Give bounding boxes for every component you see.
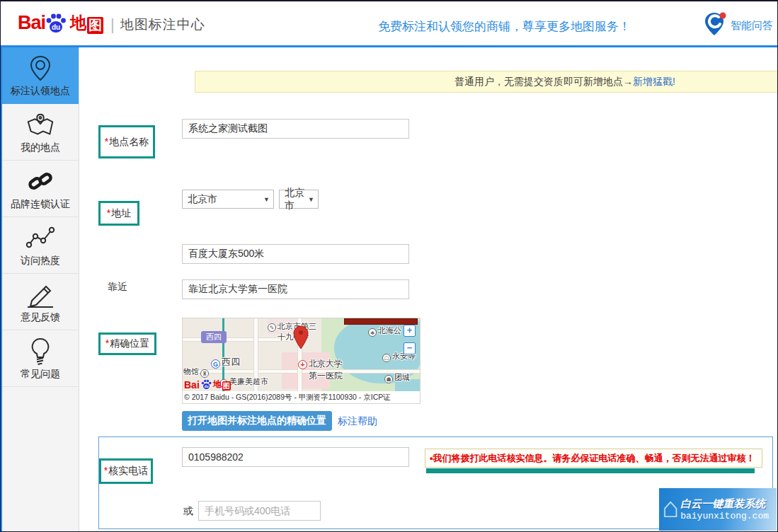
sidebar-item-label: 意见反馈 [21,311,60,324]
sidebar-item-mark-claim-location[interactable]: 标注认领地点 [2,47,79,104]
verify-phone-input[interactable] [182,447,409,467]
open-map-button[interactable]: 打开地图并标注地点的精确位置 [182,411,332,431]
notice-add-link[interactable]: 新增猛戳! [633,76,675,87]
notice-text: 普通用户，无需提交资质即可新增地点→ [454,76,633,87]
name-label-annotation: *地点名称 [98,125,155,158]
alt-phone-input[interactable] [198,501,321,521]
phone-warning-text: •我们将拨打此电话核实信息。请务必保证电话准确、畅通，否则无法通过审核！ [425,449,762,468]
name-field-label: 地点名称 [109,136,149,147]
header-promo-text: 免费标注和认领您的商铺，尊享更多地图服务！ [378,18,631,35]
metro-entrance-icon: G [211,359,220,369]
precise-location-label-annotation: *精确位置 [98,332,156,355]
watermark-title: 白云一键重装系统 [680,497,769,511]
address-field-label: 地址 [111,207,131,219]
cropped-banner [344,318,418,325]
map-preview[interactable]: 西四 ✎北京市第三 十九中学 ♣北海公 ☖永安寺 G西四 物馆♜ ¥美廉美超市 … [182,318,421,404]
required-asterisk: * [104,465,108,476]
map-logo-paw-icon: du [200,378,212,391]
map-logo-du: du [204,384,208,388]
required-asterisk: * [107,207,110,219]
near-field-label: 靠近 [108,281,127,294]
line-chart-icon [25,224,56,253]
required-asterisk: * [105,136,108,147]
sidebar-item-my-locations[interactable]: 我的地点 [2,104,79,161]
annotation-help-link[interactable]: 标注帮助 [338,415,377,428]
smart-qa-label: 智能问答 [731,19,773,33]
sidebar-item-feedback[interactable]: 意见反馈 [2,274,79,330]
precise-location-field-label: 精确位置 [110,337,149,349]
sidebar-item-label: 我的地点 [21,141,60,154]
map-logo-tu: 图 [222,381,231,391]
pin-chat-icon [702,10,729,41]
map-logo-di: 地 [213,378,222,391]
smart-qa-entry[interactable]: 智能问答 [702,10,773,41]
sidebar-item-label: 常见问题 [21,368,60,381]
map-zoom-out-button[interactable]: − [404,342,416,354]
lightbulb-icon [27,337,54,366]
warning-underline-annotation [426,468,755,473]
notice-bar: 普通用户，无需提交资质即可新增地点→新增猛戳! [195,71,777,93]
province-select[interactable]: 北京市 ▼ [182,190,274,209]
sidebar-item-visit-heat[interactable]: 访问热度 [2,217,79,274]
map-baidu-logo: Bai du 地 图 [184,378,231,391]
chevron-down-icon: ▼ [260,196,273,203]
temple-poi-icon: ☖ [382,354,391,362]
site-subtitle: 地图标注中心 [120,16,205,34]
place-name-input[interactable] [182,119,409,139]
map-marker-pin[interactable] [292,325,309,354]
metro-entrance-label: 西四 [222,357,240,367]
location-pin-icon [28,54,53,83]
museum-label: 物馆 [183,367,199,376]
supermarket-label: 美廉美超市 [229,377,268,386]
school-poi-icon: ✎ [268,323,276,332]
watermark-url: baiyunxitong.com [680,511,769,521]
near-input[interactable] [182,279,409,299]
logo-divider: | [110,16,115,34]
sidebar-item-brand-chain-cert[interactable]: 品牌连锁认证 [2,161,79,217]
or-label: 或 [183,505,193,518]
required-asterisk: * [105,337,109,349]
park-poi-icon: ♣ [368,328,377,337]
page: Bai du 地 图 | 地图标注中心 免费标注和认领您的商铺，尊享更多地图服务… [0,0,778,532]
watermark: ⌂ 白云一键重装系统 baiyunxitong.com [659,488,777,531]
hospital-label: 北京大学 第一医院 [309,358,343,382]
logo-bai-text: Bai [18,12,45,34]
map-canvas[interactable]: 西四 ✎北京市第三 十九中学 ♣北海公 ☖永安寺 G西四 物馆♜ ¥美廉美超市 … [183,318,420,391]
map-logo-bai: Bai [184,379,200,391]
logo-du-text: du [52,23,60,31]
phone-label-annotation: *核实电话 [99,458,153,484]
street-address-input[interactable] [182,244,409,264]
metro-station-pill: 西四 [201,331,227,343]
main-content: 普通用户，无需提交资质即可新增地点→新增猛戳! *地点名称 *地址 北京市 ▼ … [80,47,777,531]
pencil-icon [25,280,56,310]
logo-tu-text: 图 [87,17,103,34]
folded-map-icon [25,110,55,140]
tuancheng-label: 团城 [394,373,410,381]
city-select[interactable]: 北京市 ▼ [279,190,319,209]
sidebar-item-faq[interactable]: 常见问题 [2,330,79,387]
chain-link-icon [26,167,55,197]
header: Bai du 地 图 | 地图标注中心 免费标注和认领您的商铺，尊享更多地图服务… [1,1,777,47]
baidu-paw-icon: du [44,11,68,35]
map-copyright: © 2017 Baidu - GS(2016)2089号 - 甲测资字11009… [183,391,420,403]
logo-di-text: 地 [70,12,86,34]
baidu-map-logo[interactable]: Bai du 地 图 | 地图标注中心 [18,11,205,34]
sidebar-item-label: 标注认领地点 [11,85,70,98]
map-zoom-in-button[interactable]: + [404,325,416,337]
city-value: 北京市 [280,187,304,212]
sidebar-item-label: 品牌连锁认证 [11,198,70,211]
chevron-down-icon: ▼ [304,196,318,203]
museum-poi-icon: ♜ [200,369,209,378]
province-value: 北京市 [183,193,217,206]
tuancheng-poi-icon: ☗ [384,375,393,383]
house-icon: ⌂ [662,493,679,521]
hospital-cross-icon: + [298,360,307,369]
phone-field-label: 核实电话 [108,465,148,476]
park-label: 北海公 [378,326,401,335]
sidebar-item-label: 访问热度 [21,255,60,267]
address-label-annotation: *地址 [98,201,139,226]
sidebar: 标注认领地点 我的地点 品牌连锁认证 [1,47,79,531]
